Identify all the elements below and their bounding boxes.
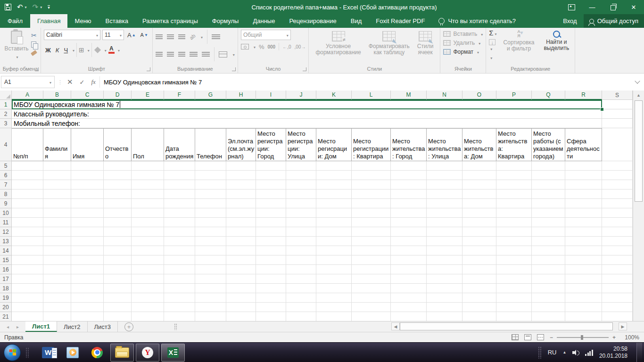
cell-M13[interactable]	[391, 237, 427, 246]
cell-J20[interactable]	[286, 303, 316, 312]
cell-H14[interactable]	[226, 246, 256, 255]
redo-icon[interactable]: ↷	[33, 4, 39, 10]
paste-button[interactable]: Вставить	[3, 30, 30, 65]
cell-G4[interactable]: Телефон	[195, 128, 226, 161]
cell-E12[interactable]	[132, 227, 164, 237]
cell-I19[interactable]	[256, 293, 286, 303]
cell-P7[interactable]	[496, 180, 532, 189]
cell-H8[interactable]	[226, 189, 256, 199]
row-number-11[interactable]: 11	[0, 218, 12, 227]
cell-I16[interactable]	[256, 265, 286, 274]
taskbar-explorer-button[interactable]	[110, 344, 134, 362]
cell-J13[interactable]	[286, 237, 316, 246]
horizontal-scroll-track[interactable]	[613, 322, 619, 330]
tab-данные[interactable]: Данные	[246, 14, 282, 28]
vertical-scroll-thumb[interactable]	[635, 100, 643, 202]
cell-B20[interactable]	[43, 303, 71, 312]
cell-O9[interactable]	[462, 199, 496, 208]
cell-C6[interactable]	[71, 171, 104, 180]
copy-icon[interactable]	[31, 41, 36, 48]
align-top-icon[interactable]	[156, 34, 163, 39]
find-select-button[interactable]: Найти и выделить	[541, 30, 572, 65]
cell-L4[interactable]: Место регистрации: Квартира	[352, 128, 391, 161]
normal-view-icon[interactable]	[512, 334, 519, 340]
horizontal-scroll-thumb[interactable]	[400, 322, 613, 330]
cell-M10[interactable]	[391, 208, 427, 218]
tab-главная[interactable]: Главная	[30, 14, 67, 28]
cell-Q9[interactable]	[532, 199, 565, 208]
row-number-1[interactable]: 1	[0, 100, 12, 109]
cell-F18[interactable]	[164, 284, 195, 293]
cell-I5[interactable]	[256, 161, 286, 171]
cell-K6[interactable]	[316, 171, 352, 180]
cell-G10[interactable]	[195, 208, 226, 218]
cell-F6[interactable]	[164, 171, 195, 180]
cell-D11[interactable]	[104, 218, 132, 227]
increase-indent-icon[interactable]	[202, 52, 210, 57]
cell-K12[interactable]	[316, 227, 352, 237]
cell-S14[interactable]	[602, 246, 633, 255]
cell-E4[interactable]: Пол	[132, 128, 164, 161]
cell-D18[interactable]	[104, 284, 132, 293]
insert-cells-button[interactable]: Вставить	[443, 31, 483, 37]
cell-N4[interactable]: Место жительства: Улица	[427, 128, 462, 161]
cell-G12[interactable]	[195, 227, 226, 237]
cell-A11[interactable]	[12, 218, 43, 227]
cell-K9[interactable]	[316, 199, 352, 208]
cell-R11[interactable]	[565, 218, 602, 227]
cell-O14[interactable]	[462, 246, 496, 255]
cell-L9[interactable]	[352, 199, 391, 208]
tab-вставка[interactable]: Вставка	[99, 14, 135, 28]
cell-I18[interactable]	[256, 284, 286, 293]
cell-J12[interactable]	[286, 227, 316, 237]
borders-dropdown-icon[interactable]	[86, 47, 90, 53]
cell-F9[interactable]	[164, 199, 195, 208]
cell-D21[interactable]	[104, 312, 132, 321]
cell-N15[interactable]	[427, 255, 462, 265]
cell-R19[interactable]	[565, 293, 602, 303]
cell-B6[interactable]	[43, 171, 71, 180]
cell-M19[interactable]	[391, 293, 427, 303]
cell-F7[interactable]	[164, 180, 195, 189]
cell-E21[interactable]	[132, 312, 164, 321]
cell-L20[interactable]	[352, 303, 391, 312]
font-color-dropdown-icon[interactable]	[116, 47, 120, 53]
zoom-level[interactable]: 100%	[621, 334, 639, 341]
cell-B5[interactable]	[43, 161, 71, 171]
cell-E5[interactable]	[132, 161, 164, 171]
cell-N16[interactable]	[427, 265, 462, 274]
tab-scroll-grip[interactable]	[174, 323, 177, 330]
taskbar-media-player-button[interactable]	[63, 344, 82, 361]
accounting-format-icon[interactable]	[241, 44, 249, 49]
row-number-2[interactable]: 2	[0, 109, 12, 119]
cell-G14[interactable]	[195, 246, 226, 255]
cell-A21[interactable]	[12, 312, 43, 321]
cell-B9[interactable]	[43, 199, 71, 208]
font-color-button[interactable]: А	[108, 46, 115, 54]
cell-D12[interactable]	[104, 227, 132, 237]
column-header-L[interactable]: L	[352, 90, 391, 100]
sort-filter-button[interactable]: А Я Сортировка и фильтр	[501, 30, 537, 65]
merge-center-icon[interactable]	[219, 51, 227, 58]
cell-D14[interactable]	[104, 246, 132, 255]
cell-R4[interactable]: Сфера деятельности	[565, 128, 602, 161]
cell-L17[interactable]	[352, 274, 391, 284]
cell-R9[interactable]	[565, 199, 602, 208]
align-center-icon[interactable]	[167, 52, 174, 57]
show-desktop-button[interactable]	[636, 343, 642, 362]
cell-S7[interactable]	[602, 180, 633, 189]
cell-G11[interactable]	[195, 218, 226, 227]
cell-L14[interactable]	[352, 246, 391, 255]
tell-me-search[interactable]: Что вы хотите сделать?	[432, 14, 522, 28]
cell-R14[interactable]	[565, 246, 602, 255]
cell-I13[interactable]	[256, 237, 286, 246]
cell-B14[interactable]	[43, 246, 71, 255]
cell-G18[interactable]	[195, 284, 226, 293]
prev-sheet-icon[interactable]: ◂	[7, 324, 9, 329]
cell-S10[interactable]	[602, 208, 633, 218]
cell-E20[interactable]	[132, 303, 164, 312]
cell-P14[interactable]	[496, 246, 532, 255]
cell-M9[interactable]	[391, 199, 427, 208]
cell-A12[interactable]	[12, 227, 43, 237]
row-number-18[interactable]: 18	[0, 284, 12, 293]
